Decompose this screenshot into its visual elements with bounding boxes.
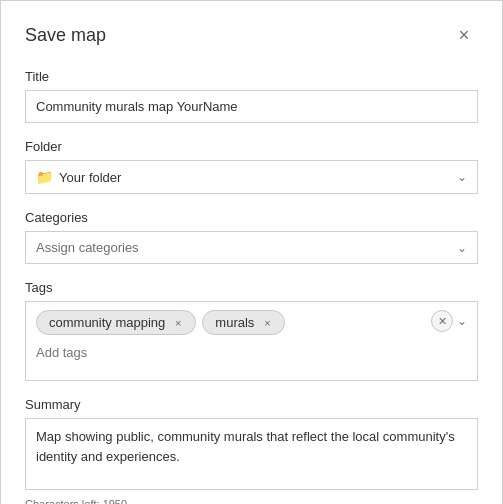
folder-value: 📁 Your folder: [36, 169, 457, 185]
summary-field-group: Summary Characters left: 1950: [25, 397, 478, 504]
dialog-header: Save map ×: [25, 21, 478, 49]
tag-chip-murals: murals ×: [202, 310, 285, 335]
tags-controls: ✕ ⌄: [431, 310, 469, 332]
categories-field-group: Categories Assign categories ⌄: [25, 210, 478, 264]
folder-chevron-icon: ⌄: [457, 170, 467, 184]
tags-label: Tags: [25, 280, 478, 295]
categories-chevron-icon: ⌄: [457, 241, 467, 255]
title-field-group: Title: [25, 69, 478, 123]
folder-icon: 📁: [36, 169, 53, 185]
dialog-title: Save map: [25, 25, 106, 46]
tags-field-group: Tags ✕ ⌄ community mapping × murals ×: [25, 280, 478, 381]
tags-row: community mapping × murals ×: [36, 310, 467, 335]
summary-textarea[interactable]: [25, 418, 478, 490]
save-map-dialog: Save map × Title Folder 📁 Your folder ⌄ …: [0, 0, 503, 504]
categories-placeholder: Assign categories: [36, 240, 139, 255]
tag-label-murals: murals: [215, 315, 254, 330]
tags-chevron-button[interactable]: ⌄: [455, 312, 469, 330]
tag-chip-community-mapping: community mapping ×: [36, 310, 196, 335]
title-input[interactable]: [25, 90, 478, 123]
folder-select[interactable]: 📁 Your folder ⌄: [25, 160, 478, 194]
tag-remove-community-mapping[interactable]: ×: [171, 316, 185, 330]
add-tags-input[interactable]: [36, 345, 467, 360]
title-label: Title: [25, 69, 478, 84]
categories-select[interactable]: Assign categories ⌄: [25, 231, 478, 264]
folder-label: Folder: [25, 139, 478, 154]
folder-field-group: Folder 📁 Your folder ⌄: [25, 139, 478, 194]
tag-remove-murals[interactable]: ×: [260, 316, 274, 330]
chars-left: Characters left: 1950: [25, 498, 478, 504]
tags-clear-button[interactable]: ✕: [431, 310, 453, 332]
close-button[interactable]: ×: [450, 21, 478, 49]
tags-container: ✕ ⌄ community mapping × murals ×: [25, 301, 478, 381]
tag-label-community-mapping: community mapping: [49, 315, 165, 330]
summary-label: Summary: [25, 397, 478, 412]
categories-label: Categories: [25, 210, 478, 225]
